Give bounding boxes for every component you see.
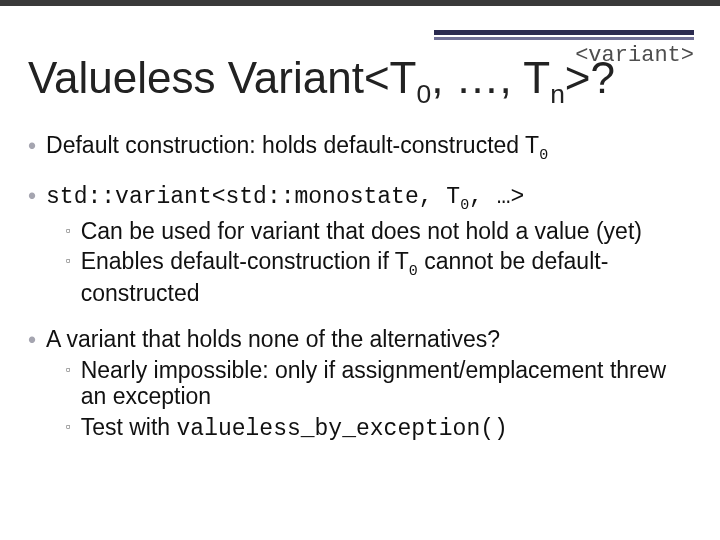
b1-sub: 0 bbox=[539, 147, 548, 163]
title-mid: , …, T bbox=[431, 53, 550, 102]
slide-title: Valueless Variant<T0, …, Tn>? bbox=[28, 53, 615, 110]
b2-code: std::variant<std::monostate, T0, …> bbox=[46, 184, 524, 210]
title-sub2: n bbox=[550, 79, 565, 109]
bullet-2: • std::variant<std::monostate, T0, …> ▫ … bbox=[28, 182, 698, 308]
title-sub1: 0 bbox=[416, 79, 431, 109]
bullet-2-sub-2: ▫ Enables default-construction if T0 can… bbox=[66, 248, 698, 306]
sub-bullet-icon: ▫ bbox=[66, 363, 71, 410]
sub-bullet-icon: ▫ bbox=[66, 420, 71, 442]
b3-s2: Test with valueless_by_exception() bbox=[81, 414, 508, 442]
bullet-3-sub-2: ▫ Test with valueless_by_exception() bbox=[66, 414, 698, 442]
b2-code-sub: 0 bbox=[460, 196, 469, 212]
bullet-3-sub-1: ▫ Nearly impossible: only if assignment/… bbox=[66, 357, 698, 410]
bullet-dot-icon: • bbox=[28, 132, 36, 164]
bullet-1: • Default construction: holds default-co… bbox=[28, 132, 698, 164]
content-area: • Default construction: holds default-co… bbox=[28, 132, 698, 462]
b2-code-post: , …> bbox=[469, 184, 524, 210]
title-pre: Valueless Variant<T bbox=[28, 53, 416, 102]
b2-s2-pre: Enables default-construction if T bbox=[81, 248, 409, 274]
b3-s2-code: valueless_by_exception() bbox=[177, 416, 508, 442]
bullet-dot-icon: • bbox=[28, 326, 36, 444]
b3-s2-pre: Test with bbox=[81, 414, 177, 440]
bullet-1-text: Default construction: holds default-cons… bbox=[46, 132, 698, 164]
b2-s1: Can be used for variant that does not ho… bbox=[81, 218, 642, 244]
b2-s2: Enables default-construction if T0 canno… bbox=[81, 248, 698, 306]
b2-s2-sub: 0 bbox=[409, 263, 418, 279]
b1-pre: Default construction: holds default-cons… bbox=[46, 132, 539, 158]
bullet-2-sub-1: ▫ Can be used for variant that does not … bbox=[66, 218, 698, 244]
top-accent-bar bbox=[0, 0, 720, 6]
b3-s1: Nearly impossible: only if assignment/em… bbox=[81, 357, 698, 410]
bullet-3: • A variant that holds none of the alter… bbox=[28, 326, 698, 444]
sub-bullet-icon: ▫ bbox=[66, 224, 71, 244]
sub-bullet-icon: ▫ bbox=[66, 254, 71, 306]
title-post: >? bbox=[565, 53, 615, 102]
bullet-dot-icon: • bbox=[28, 182, 36, 308]
b3-text: A variant that holds none of the alterna… bbox=[46, 326, 500, 352]
b2-code-pre: std::variant<std::monostate, T bbox=[46, 184, 460, 210]
